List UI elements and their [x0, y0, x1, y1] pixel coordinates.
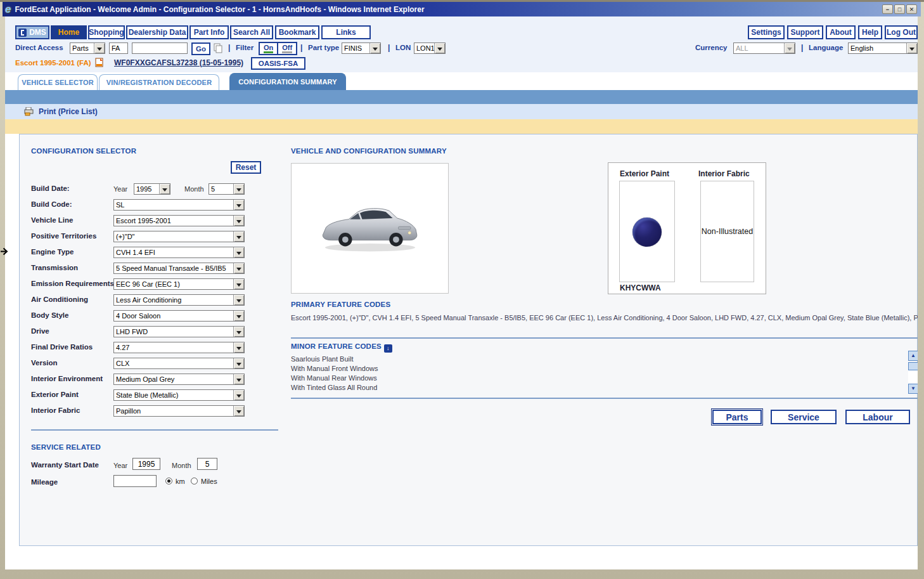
dropdown-arrow-icon[interactable]	[233, 390, 244, 400]
maximize-button[interactable]: □	[894, 4, 905, 14]
dropdown-arrow-icon[interactable]	[233, 200, 244, 210]
scroll-up-icon[interactable]: ▲	[908, 351, 918, 361]
emission-requirements-select[interactable]: EEC 96 Car (EEC 1)	[113, 278, 245, 290]
prefix-input[interactable]	[109, 42, 128, 54]
tab-vin-registration-decoder[interactable]: VIN/REGISTRATION DECODER	[99, 74, 219, 90]
minimize-button[interactable]: −	[882, 4, 893, 14]
reset-button[interactable]: Reset	[231, 161, 261, 174]
dropdown-arrow-icon[interactable]	[233, 184, 244, 194]
divider	[291, 398, 918, 399]
divider	[291, 337, 918, 339]
field-value: 4 Door Saloon	[114, 311, 233, 321]
dropdown-arrow-icon[interactable]	[233, 295, 244, 305]
filter-off-label: Off	[282, 44, 292, 53]
oasis-fsa-button[interactable]: OASIS-FSA	[251, 57, 305, 70]
scroll-down-icon[interactable]: ▼	[908, 384, 918, 394]
divider	[31, 429, 278, 431]
km-radio[interactable]	[165, 478, 172, 485]
dropdown-arrow-icon[interactable]	[94, 43, 105, 53]
field-label: Positive Territories	[31, 232, 96, 240]
drive-select[interactable]: LHD FWD	[113, 326, 245, 337]
build-code-select[interactable]: SL	[113, 199, 245, 211]
app-header: DMS Home Shopping Dealership Data Part I…	[5, 16, 918, 72]
nav-about-button[interactable]: About	[826, 25, 856, 39]
dropdown-arrow-icon[interactable]	[233, 342, 244, 353]
filter-off-button[interactable]: Off	[277, 43, 296, 54]
direct-access-search-input[interactable]	[132, 42, 188, 54]
labour-button[interactable]: Labour	[845, 410, 910, 424]
go-button[interactable]: Go	[191, 42, 210, 55]
air-conditioning-select[interactable]: Less Air Conditioning	[113, 294, 245, 306]
dropdown-arrow-icon[interactable]	[233, 263, 244, 273]
nav-dms-button[interactable]: DMS	[15, 25, 49, 39]
build-year-select[interactable]: 1995	[134, 183, 170, 195]
miles-radio[interactable]	[191, 478, 198, 485]
interior-environment-select[interactable]: Medium Opal Grey	[113, 374, 245, 385]
nav-shopping-button[interactable]: Shopping	[88, 25, 125, 39]
nav-home-button[interactable]: Home	[51, 25, 87, 39]
configuration-selector-title: CONFIGURATION SELECTOR	[31, 147, 136, 155]
notice-band	[5, 119, 918, 134]
filter-on-button[interactable]: On	[260, 43, 277, 54]
dropdown-arrow-icon[interactable]	[233, 374, 244, 384]
nav-shopping-label: Shopping	[89, 28, 124, 37]
nav-support-button[interactable]: Support	[787, 25, 823, 39]
nav-dealership-data-button[interactable]: Dealership Data	[126, 25, 188, 39]
final-drive-ratios-select[interactable]: 4.27	[113, 342, 245, 353]
field-value: CVH 1.4 EFI	[114, 247, 233, 257]
exterior-paint-select[interactable]: State Blue (Metallic)	[113, 389, 245, 401]
form-row-drive: Drive LHD FWD	[31, 325, 278, 338]
vin-link[interactable]: WF0FXXGCAFSL37238 (15-05-1995)	[114, 58, 243, 67]
scrollbar-track[interactable]	[908, 370, 918, 384]
nav-links-button[interactable]: Links	[321, 25, 371, 39]
interior-fabric-select[interactable]: Papillon	[113, 405, 245, 417]
tab-vehicle-selector[interactable]: VEHICLE SELECTOR	[18, 74, 98, 90]
printer-icon[interactable]	[24, 107, 34, 116]
mileage-input[interactable]	[113, 475, 157, 487]
language-label: Language	[809, 44, 843, 51]
warranty-month-input[interactable]	[197, 458, 217, 470]
build-month-select[interactable]: 5	[209, 183, 245, 195]
positive-territories-select[interactable]: (+)"D"	[113, 231, 245, 242]
dropdown-arrow-icon[interactable]	[906, 43, 917, 53]
miles-label: Miles	[201, 478, 217, 485]
warranty-year-input[interactable]	[132, 458, 160, 470]
dropdown-arrow-icon[interactable]	[233, 231, 244, 242]
vehicle-line-select[interactable]: Escort 1995-2001	[113, 215, 245, 226]
service-button[interactable]: Service	[771, 410, 837, 424]
dropdown-arrow-icon[interactable]	[233, 406, 244, 416]
nav-search-all-button[interactable]: Search All	[230, 25, 273, 39]
nav-help-button[interactable]: Help	[858, 25, 882, 39]
document-icon[interactable]	[95, 58, 104, 68]
transmission-select[interactable]: 5 Speed Manual Transaxle - B5/IB5	[113, 263, 245, 274]
dropdown-arrow-icon[interactable]	[233, 279, 244, 289]
parts-button[interactable]: Parts	[712, 410, 762, 424]
dropdown-arrow-icon[interactable]	[159, 184, 170, 194]
print-price-list-link[interactable]: Print (Price List)	[39, 107, 98, 116]
nav-logout-button[interactable]: Log Out	[885, 25, 918, 39]
dropdown-arrow-icon[interactable]	[233, 327, 244, 337]
language-select[interactable]: English	[848, 42, 918, 54]
nav-part-info-button[interactable]: Part Info	[189, 25, 229, 39]
tab-configuration-summary[interactable]: CONFIGURATION SUMMARY	[229, 73, 346, 90]
nav-bookmark-button[interactable]: Bookmark	[275, 25, 319, 39]
paste-icon[interactable]	[214, 43, 222, 53]
part-type-select[interactable]: FINIS	[342, 42, 381, 54]
direct-access-select[interactable]: Parts	[70, 42, 105, 54]
dropdown-arrow-icon[interactable]	[233, 311, 244, 321]
nav-settings-button[interactable]: Settings	[748, 25, 785, 39]
dropdown-arrow-icon[interactable]	[434, 43, 445, 53]
close-button[interactable]: ✕	[906, 4, 917, 14]
dropdown-arrow-icon[interactable]	[233, 216, 244, 226]
dropdown-arrow-icon[interactable]	[233, 247, 244, 257]
scrollbar-thumb[interactable]	[908, 362, 918, 370]
dropdown-arrow-icon[interactable]	[233, 358, 244, 368]
dropdown-arrow-icon[interactable]	[369, 43, 380, 53]
expand-minor-codes-icon[interactable]: ↓	[384, 344, 392, 353]
engine-type-select[interactable]: CVH 1.4 EFI	[113, 247, 245, 258]
lon-select[interactable]: LON11	[414, 42, 446, 54]
version-select[interactable]: CLX	[113, 358, 245, 369]
body-style-select[interactable]: 4 Door Saloon	[113, 310, 245, 322]
title-bar[interactable]: e FordEcat Application - Welcome Admin -…	[3, 2, 921, 16]
km-label: km	[176, 478, 185, 485]
